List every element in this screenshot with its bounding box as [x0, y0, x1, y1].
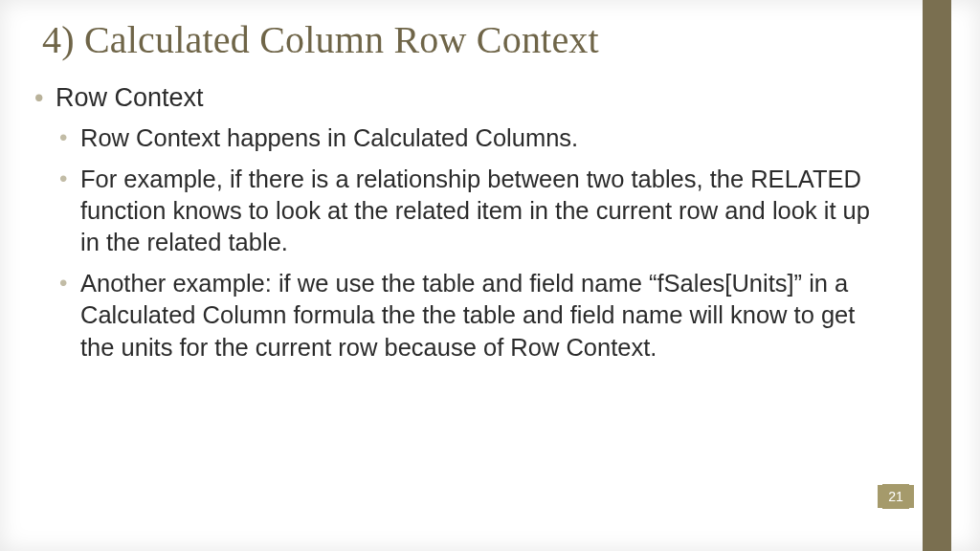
bullet-level-2: Another example: if we use the table and… — [59, 268, 894, 363]
slide: 4) Calculated Column Row Context Row Con… — [0, 0, 980, 551]
page-number-badge: 21 — [877, 484, 915, 509]
bullet-level-2: For example, if there is a relationship … — [59, 164, 894, 258]
decorative-side-stripe — [923, 0, 951, 551]
bracket-right-icon — [909, 484, 915, 509]
slide-content: Row Context Row Context happens in Calcu… — [34, 82, 894, 373]
page-number: 21 — [888, 489, 903, 504]
slide-title: 4) Calculated Column Row Context — [42, 17, 903, 62]
bracket-left-icon — [877, 484, 882, 509]
bullet-level-1: Row Context — [34, 82, 894, 115]
bullet-level-2: Row Context happens in Calculated Column… — [59, 122, 894, 154]
